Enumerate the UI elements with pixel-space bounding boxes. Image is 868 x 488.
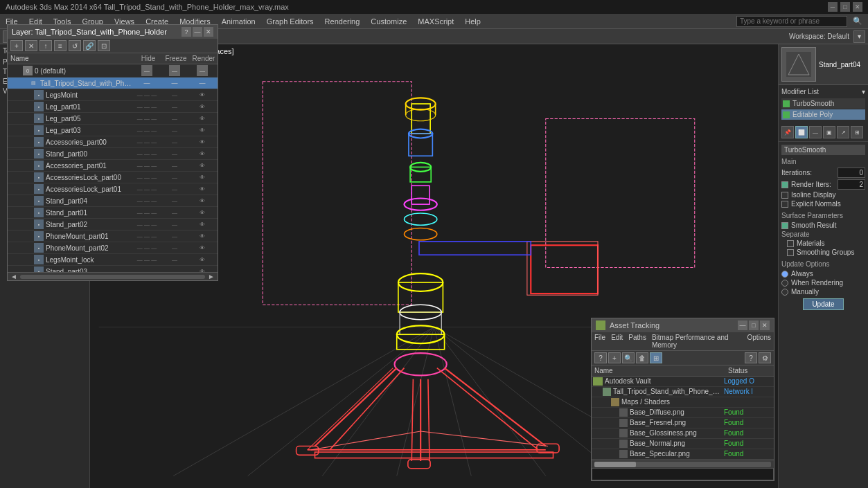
modifier-editable-poly[interactable]: Editable Poly (781, 109, 865, 120)
menu-help[interactable]: Help (459, 16, 486, 27)
mod-icon-grid[interactable]: ⊞ (851, 126, 863, 138)
layer-row-item[interactable]: ▪ LegsMoint — — — — 👁 (8, 89, 218, 101)
layer-properties-btn[interactable]: ≡ (54, 40, 67, 51)
ts-whenrender-radio[interactable] (781, 280, 788, 287)
layer-row-item[interactable]: ▪ Leg_part01 — — — — 👁 (8, 101, 218, 113)
hide-vis[interactable]: — (141, 65, 152, 76)
ts-renderiter-checkbox[interactable] (781, 181, 788, 188)
minimize-btn[interactable]: ─ (828, 2, 838, 12)
at-btn-1[interactable]: ? (594, 352, 607, 363)
layer-row-item[interactable]: ▪ Stand_part02 — — — — 👁 (8, 219, 218, 231)
ts-iterations-input[interactable] (838, 168, 865, 178)
layers-help-btn[interactable]: ? (181, 27, 191, 37)
layer-sub-hide: — — — (133, 186, 161, 192)
menu-grapheditors[interactable]: Graph Editors (261, 16, 319, 27)
modifier-dropdown-icon[interactable]: ▾ (862, 88, 865, 96)
asset-row-file[interactable]: Tall_Tripod_Stand_with_Phone_Holder_max_… (592, 387, 774, 397)
layer-row-item[interactable]: ▪ Accessories_part00 — — — — 👁 (8, 136, 218, 148)
asset-menu-file[interactable]: File (594, 334, 605, 349)
layer-row-item[interactable]: ▪ LegsMoint_lock — — — — 👁 (8, 254, 218, 266)
menu-animation[interactable]: Animation (216, 16, 261, 27)
workspace-dropdown[interactable]: ▾ (853, 30, 865, 43)
asset-row-diffuse[interactable]: Base_Diffuse.png Found (592, 408, 774, 418)
layer-row-item[interactable]: ▪ Stand_part03 — — — — 👁 (8, 266, 218, 272)
layer-row-0[interactable]: 0 0 (default) — — — (8, 64, 218, 78)
modifier-editable-poly-checkbox[interactable] (783, 111, 790, 118)
at-btn-5[interactable]: ⊞ (650, 352, 662, 363)
layer-link-btn[interactable]: 🔗 (83, 40, 96, 51)
menu-maxscript[interactable]: MAXScript (412, 16, 459, 27)
ts-update-btn[interactable]: Update (803, 298, 843, 310)
modifier-turbosmooth-checkbox[interactable] (783, 100, 790, 107)
scroll-track[interactable] (20, 275, 205, 279)
asset-row-vault[interactable]: Autodesk Vault Logged O (592, 377, 774, 387)
layer-move-btn[interactable]: ↑ (39, 40, 52, 51)
mod-icon-vertex[interactable]: ⬜ (795, 126, 808, 138)
ts-smoothgroups-checkbox[interactable] (787, 249, 794, 256)
ts-always-radio[interactable] (781, 271, 788, 278)
layer-row-item[interactable]: ▪ Leg_part05 — — — — 👁 (8, 113, 218, 125)
scroll-right[interactable]: ► (208, 273, 215, 280)
render-vis[interactable]: — (197, 65, 208, 76)
asset-menu-paths[interactable]: Paths (628, 334, 646, 349)
freeze-vis[interactable]: — (169, 65, 180, 76)
close-btn[interactable]: ✕ (853, 2, 862, 12)
asset-row-glossiness[interactable]: Base_Glossiness.png Found (592, 428, 774, 439)
mod-icon-pin[interactable]: 📌 (781, 126, 794, 138)
scroll-left[interactable]: ◄ (10, 273, 17, 280)
asset-row-specular[interactable]: Base_Specular.png Found (592, 449, 774, 460)
menu-customize[interactable]: Customize (365, 16, 412, 27)
search-input[interactable] (736, 16, 847, 27)
layers-close-btn[interactable]: ✕ (204, 27, 213, 37)
layer-new-btn[interactable]: + (10, 40, 23, 51)
layer-row-tall[interactable]: ▤ Tall_Tripod_Stand_with_Phone_Holder — … (8, 78, 218, 89)
ts-isoline-checkbox[interactable] (781, 192, 788, 199)
layer-row-item[interactable]: ▪ Leg_part03 — — — — 👁 (8, 125, 218, 136)
ts-explicit-checkbox[interactable] (781, 201, 788, 208)
layer-delete-btn[interactable]: ✕ (25, 40, 37, 51)
layer-row-item[interactable]: ▪ AccessoriesLock_part00 — — — — 👁 (8, 172, 218, 183)
modifier-turbosimooth[interactable]: TurboSmooth (781, 98, 865, 109)
at-btn-4[interactable]: 🗑 (636, 352, 648, 363)
asset-menu-options[interactable]: Options (747, 334, 771, 349)
maximize-btn[interactable]: □ (840, 2, 850, 12)
mod-icon-select[interactable]: ↗ (837, 126, 849, 138)
asset-row-maps[interactable]: Maps / Shaders (592, 397, 774, 408)
mod-icon-face[interactable]: ▣ (823, 126, 835, 138)
image-icon-normal (619, 440, 628, 448)
menu-rendering[interactable]: Rendering (319, 16, 366, 27)
asset-row-normal[interactable]: Base_Normal.png Found (592, 439, 774, 449)
ts-materials-checkbox[interactable] (787, 240, 794, 247)
at-btn-3[interactable]: 🔍 (622, 352, 635, 363)
layer-row-item[interactable]: ▪ Stand_part04 — — — — 👁 (8, 195, 218, 207)
layer-row-item[interactable]: ▪ PhoneMount_part02 — — — — 👁 (8, 242, 218, 254)
mod-icon-edge[interactable]: — (809, 126, 822, 138)
window-controls[interactable]: ─ □ ✕ (828, 2, 862, 12)
asset-row-fresnel[interactable]: Base_Fresnel.png Found (592, 418, 774, 428)
asset-search-input[interactable] (592, 468, 774, 480)
layer-row-item[interactable]: ▪ Accessories_part01 — — — — 👁 (8, 160, 218, 172)
search-btn[interactable]: 🔍 (847, 15, 868, 27)
at-btn-2[interactable]: + (608, 352, 621, 363)
at-config-btn[interactable]: ⚙ (759, 352, 771, 363)
at-help-btn[interactable]: ? (745, 352, 757, 363)
layers-scrollbar[interactable]: ◄ ► (8, 272, 218, 280)
layer-row-item[interactable]: ▪ Stand_part00 — — — — 👁 (8, 148, 218, 160)
asset-minimize-btn[interactable]: — (738, 320, 747, 330)
asset-maximize-btn[interactable]: □ (749, 320, 759, 330)
layer-row-item[interactable]: ▪ PhoneMount_part01 — — — — 👁 (8, 231, 218, 242)
layer-row-item[interactable]: ▪ AccessoriesLock_part01 — — — — 👁 (8, 183, 218, 195)
ts-manually-radio[interactable] (781, 289, 788, 296)
layer-refresh-btn[interactable]: ↺ (69, 40, 81, 51)
asset-menu-edit[interactable]: Edit (611, 334, 623, 349)
asset-close-btn[interactable]: ✕ (760, 320, 770, 330)
layer-select-btn[interactable]: ⊡ (98, 40, 110, 51)
ts-renderiter-input[interactable] (838, 179, 865, 190)
layer-row-item[interactable]: ▪ Stand_part01 — — — — 👁 (8, 207, 218, 219)
ts-smooth-checkbox[interactable] (781, 222, 788, 229)
layers-minimize-btn[interactable]: — (193, 27, 202, 37)
asset-scroll-thumb[interactable] (594, 462, 636, 467)
asset-scrollbar[interactable] (592, 460, 774, 468)
asset-scroll-track[interactable] (594, 462, 771, 467)
asset-menu-bitmap[interactable]: Bitmap Performance and Memory (652, 334, 742, 349)
